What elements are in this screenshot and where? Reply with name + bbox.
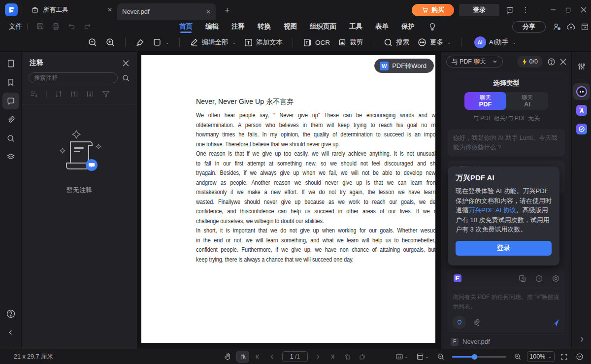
highlighter-tool[interactable] bbox=[135, 38, 145, 47]
undo-icon[interactable] bbox=[67, 22, 76, 31]
filter-icon[interactable] bbox=[101, 90, 110, 99]
collapse-right-icon[interactable] bbox=[578, 336, 585, 343]
help-icon[interactable] bbox=[2, 305, 19, 322]
zoom-out-button[interactable] bbox=[434, 351, 447, 363]
zoom-slider[interactable] bbox=[452, 356, 506, 358]
menu-tab[interactable]: 编辑 bbox=[205, 20, 219, 33]
sort-order-icon[interactable] bbox=[54, 90, 63, 99]
login-button[interactable]: 登录 bbox=[459, 4, 499, 16]
redo-icon[interactable] bbox=[83, 22, 92, 31]
page-sort-icon[interactable] bbox=[70, 90, 79, 99]
thumbnails-icon[interactable] bbox=[2, 55, 19, 72]
annotations-icon[interactable] bbox=[2, 93, 19, 109]
prompt-bulb-icon[interactable] bbox=[453, 316, 466, 329]
chat-mode-select[interactable]: 与 PDF 聊天 bbox=[446, 56, 503, 67]
new-chat-icon[interactable] bbox=[518, 274, 526, 283]
send-icon[interactable] bbox=[550, 318, 560, 328]
idea-bulb-icon[interactable] bbox=[428, 22, 437, 31]
minimize-button[interactable] bbox=[545, 4, 560, 15]
tab-all-tools-close-icon[interactable]: ✕ bbox=[107, 6, 112, 13]
close-button[interactable] bbox=[576, 4, 591, 15]
menu-tab[interactable]: 转换 bbox=[258, 20, 271, 33]
pdf-page[interactable]: Never, Never Give Up 永不言弃 We often hear … bbox=[141, 55, 441, 349]
search-panel-icon[interactable] bbox=[2, 130, 19, 147]
search-tool[interactable]: 搜索 bbox=[383, 37, 409, 47]
annotation-search-input[interactable] bbox=[29, 72, 118, 83]
prev-page-button[interactable] bbox=[266, 351, 279, 363]
chat-ai-tab[interactable]: 聊天 AI bbox=[506, 92, 548, 110]
cloud-upload-icon[interactable] bbox=[565, 21, 576, 32]
menu-tab[interactable]: 组织页面 bbox=[310, 20, 336, 33]
new-tab-button[interactable]: ＋ bbox=[223, 4, 231, 16]
print-icon[interactable] bbox=[52, 22, 61, 31]
menu-tab[interactable]: 保护 bbox=[401, 20, 415, 33]
edit-all-tool[interactable]: 编辑全部⌄ bbox=[190, 38, 236, 47]
next-page-button[interactable] bbox=[311, 351, 324, 363]
tab-never-pdf-close-icon[interactable]: ✕ bbox=[206, 8, 211, 15]
chat-input-area[interactable]: 询问有关 PDF 的任何问题。按 "#"唤醒提示列表。 bbox=[448, 268, 565, 332]
zoom-out-tool[interactable] bbox=[88, 37, 98, 47]
zoom-slider-knob[interactable] bbox=[472, 354, 477, 360]
hand-tool[interactable] bbox=[222, 351, 234, 363]
menu-tab[interactable]: 注释 bbox=[231, 20, 245, 33]
attach-file-icon[interactable] bbox=[472, 318, 480, 327]
more-menu-icon[interactable]: ⋮ bbox=[520, 4, 531, 15]
ocr-tool[interactable]: OCR bbox=[303, 38, 330, 47]
maximize-button[interactable] bbox=[560, 4, 576, 15]
actual-size-button[interactable]: 1:1 ⌄ bbox=[393, 351, 411, 363]
tab-all-tools[interactable]: 所有工具 ✕ bbox=[26, 0, 117, 20]
settings-icon[interactable] bbox=[552, 274, 560, 283]
last-page-button[interactable] bbox=[326, 351, 339, 363]
menu-tab[interactable]: 表单 bbox=[375, 20, 389, 33]
view-mode-button[interactable]: ⌄ bbox=[414, 351, 431, 363]
translate-icon[interactable] bbox=[573, 102, 590, 119]
fullscreen-button[interactable] bbox=[558, 351, 570, 363]
app-logo-icon[interactable] bbox=[5, 3, 18, 16]
properties-icon[interactable] bbox=[573, 58, 590, 75]
shape-tool[interactable]: ⌄ bbox=[153, 38, 169, 47]
ai-agreement-link[interactable]: 万兴PDF AI 协议 bbox=[468, 206, 516, 214]
ai-assistant-tool[interactable]: AI AI助手⌄ bbox=[474, 36, 516, 48]
sort-list-icon[interactable] bbox=[30, 90, 38, 99]
panel-toggle-icon[interactable] bbox=[579, 21, 590, 32]
more-tools[interactable]: 更多⌄ bbox=[417, 37, 451, 47]
help-circle-icon[interactable] bbox=[547, 58, 556, 66]
crop-tool[interactable]: 裁剪 bbox=[338, 38, 363, 47]
feedback-icon[interactable] bbox=[504, 4, 515, 15]
ai-chat-icon[interactable] bbox=[573, 83, 590, 100]
panel-close-icon[interactable] bbox=[123, 60, 129, 66]
pdf-viewer[interactable]: Never, Never Give Up 永不言弃 We often hear … bbox=[137, 52, 441, 349]
current-file-row[interactable]: F Never.pdf bbox=[444, 334, 569, 349]
zoom-in-tool[interactable] bbox=[105, 37, 115, 47]
collaborate-icon[interactable]: o bbox=[552, 21, 562, 32]
popup-login-button[interactable]: 登录 bbox=[456, 241, 552, 256]
page-number-box[interactable]: 1 /1 bbox=[282, 351, 308, 362]
pdf-to-word-button[interactable]: W PDF转Word bbox=[374, 59, 434, 73]
horizontal-scrollbar[interactable] bbox=[137, 343, 441, 349]
rotate-left-button[interactable] bbox=[341, 351, 354, 363]
first-page-button[interactable] bbox=[251, 351, 264, 363]
zoom-in-button[interactable] bbox=[511, 351, 524, 363]
vertical-scrollbar[interactable] bbox=[435, 52, 441, 349]
collapse-left-icon[interactable] bbox=[2, 324, 19, 341]
menu-tab[interactable]: 工具 bbox=[349, 20, 362, 33]
author-sort-icon[interactable] bbox=[86, 90, 95, 99]
menu-tab[interactable]: 首页 bbox=[179, 20, 193, 33]
menu-tab[interactable]: 视图 bbox=[284, 20, 297, 33]
zoom-level-box[interactable]: 100% ⌄ bbox=[527, 351, 555, 362]
menu-file[interactable]: 文件 bbox=[9, 22, 22, 31]
share-button[interactable]: 分享 bbox=[512, 21, 546, 33]
add-text-tool[interactable]: 添加文本 bbox=[244, 38, 283, 47]
attachments-icon[interactable] bbox=[2, 111, 19, 128]
rotate-right-button[interactable] bbox=[356, 351, 368, 363]
close-panel-icon[interactable] bbox=[560, 59, 566, 65]
layers-icon[interactable] bbox=[2, 149, 19, 165]
tasks-icon[interactable] bbox=[573, 121, 590, 137]
select-tool[interactable] bbox=[236, 351, 249, 363]
buy-button[interactable]: 购买 bbox=[412, 4, 454, 16]
tab-never-pdf[interactable]: Never.pdf ✕ bbox=[117, 3, 216, 20]
more-status-button[interactable] bbox=[573, 351, 586, 363]
chat-pdf-tab[interactable]: 聊天 PDF bbox=[464, 92, 506, 110]
search-icon[interactable] bbox=[122, 74, 130, 82]
history-icon[interactable] bbox=[535, 274, 543, 283]
